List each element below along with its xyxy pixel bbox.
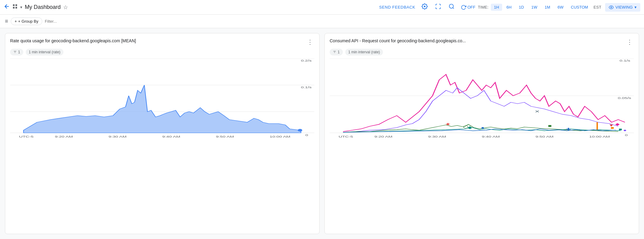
chart-card-2: Consumed API - Request count for geocodi…	[324, 33, 639, 234]
card-1-chart: 0.2/s 0.1/s 0 UTC-5 9:20 AM 9:30 AM 9:40…	[10, 59, 314, 229]
svg-text:10:00 AM: 10:00 AM	[589, 135, 610, 138]
svg-text:◆: ◆	[615, 122, 620, 126]
back-button[interactable]	[4, 3, 10, 11]
svg-text:◆: ◆	[468, 125, 473, 130]
svg-rect-2	[13, 7, 14, 9]
refresh-button[interactable]: OFF	[461, 5, 475, 10]
svg-text:9:20 AM: 9:20 AM	[55, 135, 73, 138]
time-1h-button[interactable]: 1H	[491, 4, 502, 11]
viewing-label: VIEWING	[616, 5, 633, 9]
filterbar: ≡ + + Group By	[0, 15, 644, 28]
group-by-label: + Group By	[18, 19, 38, 24]
svg-text:★: ★	[445, 122, 451, 127]
svg-text:■: ■	[548, 124, 552, 128]
group-by-button[interactable]: + + Group By	[11, 17, 43, 25]
svg-text:9:20 AM: 9:20 AM	[374, 135, 392, 138]
topbar-center: SEND FEEDBACK OFF	[379, 2, 475, 12]
svg-rect-0	[13, 4, 14, 6]
card-1-more-button[interactable]: ⋮	[306, 38, 314, 46]
card-1-tags: 1 1 min interval (rate)	[10, 49, 314, 55]
star-icon[interactable]: ☆	[63, 4, 68, 11]
card-2-tags: 1 1 min interval (rate)	[330, 49, 634, 55]
card-1-filter-tag[interactable]: 1	[10, 49, 23, 55]
filter-menu-icon[interactable]: ≡	[5, 18, 8, 25]
card-1-filter-count: 1	[18, 50, 20, 54]
time-6h-button[interactable]: 6H	[503, 4, 515, 11]
svg-point-4	[449, 4, 453, 8]
svg-text:9:30 AM: 9:30 AM	[428, 135, 446, 138]
card-2-header: Consumed API - Request count for geocodi…	[330, 38, 634, 46]
settings-button[interactable]	[420, 2, 429, 12]
search-button[interactable]	[447, 2, 456, 12]
time-6w-button[interactable]: 6W	[555, 4, 567, 11]
time-1m-button[interactable]: 1M	[542, 4, 553, 11]
card-2-filter-count: 1	[338, 50, 340, 54]
svg-text:●: ●	[481, 126, 485, 130]
svg-text:0.2/s: 0.2/s	[301, 59, 312, 63]
svg-text:●: ●	[623, 128, 627, 132]
card-1-interval-label: 1 min interval (rate)	[29, 50, 60, 54]
svg-text:■: ■	[619, 127, 622, 131]
svg-text:✕: ✕	[535, 109, 540, 114]
page-title: My Dashboard	[25, 4, 61, 10]
time-1d-button[interactable]: 1D	[516, 4, 527, 11]
svg-text:UTC-5: UTC-5	[19, 135, 33, 138]
plus-icon: +	[15, 19, 17, 24]
topbar: ▾ My Dashboard ☆ SEND FEEDBACK OFF TIME:…	[0, 0, 644, 15]
svg-text:UTC-5: UTC-5	[339, 135, 353, 138]
filter-input[interactable]	[45, 19, 639, 24]
dropdown-icon[interactable]: ▾	[20, 5, 22, 9]
svg-text:0.1/s: 0.1/s	[619, 59, 630, 63]
svg-text:9:40 AM: 9:40 AM	[482, 135, 500, 138]
svg-text:10:00 AM: 10:00 AM	[270, 135, 290, 138]
card-1-title: Rate quota usage for geocoding-backend.g…	[10, 38, 306, 43]
svg-text:9:50 AM: 9:50 AM	[216, 135, 234, 138]
time-custom-button[interactable]: CUSTOM	[568, 4, 591, 11]
grid-icon	[12, 4, 18, 11]
card-1-header: Rate quota usage for geocoding-backend.g…	[10, 38, 314, 46]
chart-card-1: Rate quota usage for geocoding-backend.g…	[5, 33, 320, 234]
svg-text:0: 0	[625, 133, 628, 137]
fullscreen-button[interactable]	[434, 2, 442, 12]
card-2-chart: 0.1/s 0.05/s 0 ★ ⬡ ◆	[330, 59, 634, 229]
svg-point-5	[611, 7, 612, 8]
svg-point-16	[298, 129, 302, 132]
send-feedback-button[interactable]: SEND FEEDBACK	[379, 5, 415, 9]
card-2-title: Consumed API - Request count for geocodi…	[330, 38, 625, 43]
card-2-more-button[interactable]: ⋮	[625, 38, 634, 46]
timezone-label: EST	[593, 5, 601, 9]
time-label: TIME:	[478, 5, 489, 9]
svg-rect-1	[16, 4, 17, 6]
topbar-left: ▾ My Dashboard ☆	[4, 3, 377, 11]
card-2-filter-tag[interactable]: 1	[330, 49, 343, 55]
svg-text:0.05/s: 0.05/s	[618, 96, 631, 100]
card-2-interval-tag[interactable]: 1 min interval (rate)	[345, 49, 383, 55]
svg-rect-3	[16, 7, 17, 9]
svg-text:9:50 AM: 9:50 AM	[536, 135, 554, 138]
svg-text:9:40 AM: 9:40 AM	[162, 135, 180, 138]
main-content: Rate quota usage for geocoding-backend.g…	[0, 28, 644, 239]
svg-text:0: 0	[305, 133, 308, 137]
time-1w-button[interactable]: 1W	[528, 4, 540, 11]
topbar-right: TIME: 1H 6H 1D 1W 1M 6W CUSTOM EST VIEWI…	[478, 3, 640, 12]
card-2-interval-label: 1 min interval (rate)	[348, 50, 380, 54]
svg-text:✚: ✚	[566, 127, 571, 131]
card-1-interval-tag[interactable]: 1 min interval (rate)	[26, 49, 63, 55]
viewing-button[interactable]: VIEWING ▾	[605, 3, 640, 12]
refresh-label: OFF	[468, 5, 475, 9]
viewing-dropdown-icon: ▾	[635, 5, 637, 9]
svg-text:9:30 AM: 9:30 AM	[108, 135, 127, 138]
svg-text:■: ■	[611, 126, 614, 130]
svg-text:0.1/s: 0.1/s	[301, 85, 312, 89]
